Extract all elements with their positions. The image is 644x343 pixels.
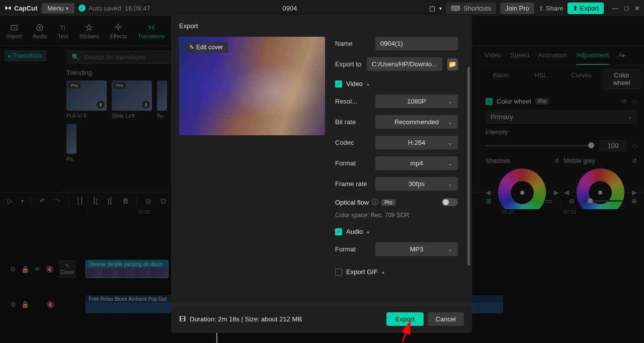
format-label: Format — [335, 159, 370, 167]
optical-flow-toggle[interactable] — [442, 198, 458, 206]
browse-folder-button[interactable]: 📁 — [447, 58, 458, 70]
edit-cover-button[interactable]: ✎ Edit cover — [184, 42, 228, 53]
export-form: Name 0904(1) Export to C:/Users/HP/Downl… — [335, 37, 464, 305]
color-space-info: Color space: Rec. 709 SDR — [335, 212, 458, 219]
pro-badge: Pro — [381, 199, 395, 206]
codec-select[interactable]: H.264 — [375, 136, 458, 149]
logo-text: CapCut — [14, 5, 37, 12]
audio-format-label: Format — [335, 245, 370, 253]
exportto-label: Export to — [335, 60, 362, 68]
export-button[interactable]: Export — [386, 312, 424, 326]
audio-checkbox[interactable]: ✓ — [335, 228, 342, 235]
cover-preview: ✎ Edit cover — [179, 37, 325, 135]
framerate-label: Frame rate — [335, 180, 370, 188]
gif-checkbox[interactable] — [335, 269, 342, 276]
resolution-label: Resol... — [335, 98, 370, 105]
modal-footer: 🎞 Duration: 2m 18s | Size: about 212 MB … — [171, 305, 472, 333]
autosave-status: ✓ Auto saved: 16:09:47 — [78, 5, 150, 12]
video-section-header[interactable]: ✓ Video ▴ — [335, 80, 458, 88]
export-modal: Export ✎ Edit cover Name 0904(1) Export … — [171, 15, 472, 333]
modal-title: Export — [171, 15, 472, 37]
app-logo: CapCut — [4, 4, 37, 12]
resolution-select[interactable]: 1080P — [375, 95, 458, 108]
bitrate-label: Bit rate — [335, 118, 370, 126]
titlebar: CapCut Menu▾ ✓ Auto saved: 16:09:47 0904… — [0, 0, 644, 16]
gif-section-header[interactable]: Export GIF ▴ — [335, 268, 458, 276]
framerate-select[interactable]: 30fps — [375, 177, 458, 191]
film-icon: 🎞 — [179, 315, 186, 323]
logo-icon — [4, 4, 12, 12]
minimize-icon[interactable]: — — [612, 5, 618, 12]
bitrate-select[interactable]: Recommended — [375, 115, 458, 129]
keyboard-icon: ⌨ — [451, 5, 460, 12]
cancel-button[interactable]: Cancel — [428, 312, 464, 326]
video-checkbox[interactable]: ✓ — [335, 80, 342, 88]
folder-icon: 📁 — [448, 60, 456, 68]
pencil-icon: ✎ — [189, 44, 194, 51]
exportto-path[interactable]: C:/Users/HP/Downlo... — [367, 57, 442, 71]
maximize-icon[interactable]: □ — [624, 5, 628, 12]
share-button[interactable]: ⇪ Share — [538, 5, 564, 12]
close-icon[interactable]: ✕ — [634, 5, 640, 12]
scrollbar[interactable] — [467, 67, 470, 266]
export-icon: ⬆ — [573, 5, 578, 12]
name-label: Name — [335, 40, 370, 47]
menu-button[interactable]: Menu▾ — [41, 3, 74, 14]
shortcuts-button[interactable]: ⌨ Shortcuts — [446, 3, 496, 14]
join-pro-button[interactable]: Join Pro — [500, 3, 534, 14]
format-select[interactable]: mp4 — [375, 156, 458, 170]
share-icon: ⇪ — [538, 5, 544, 12]
audio-format-select[interactable]: MP3 — [375, 242, 458, 256]
export-button-top[interactable]: ⬆ Export — [568, 3, 604, 14]
codec-label: Codec — [335, 139, 370, 146]
project-title: 0904 — [154, 5, 426, 12]
window-controls: — □ ✕ — [612, 5, 640, 12]
info-icon[interactable]: ⓘ — [372, 198, 378, 207]
check-icon: ✓ — [78, 5, 86, 12]
export-preview: ✎ Edit cover — [179, 37, 325, 305]
name-input[interactable]: 0904(1) — [375, 37, 458, 50]
duration-text: Duration: 2m 18s | Size: about 212 MB — [190, 315, 302, 323]
optical-flow-label: Optical flow — [335, 199, 369, 206]
audio-section-header[interactable]: ✓ Audio ▴ — [335, 228, 458, 235]
titlebar-right: ▢▾ ⌨ Shortcuts Join Pro ⇪ Share ⬆ Export… — [429, 3, 640, 14]
layout-icon[interactable]: ▢ — [429, 5, 435, 12]
